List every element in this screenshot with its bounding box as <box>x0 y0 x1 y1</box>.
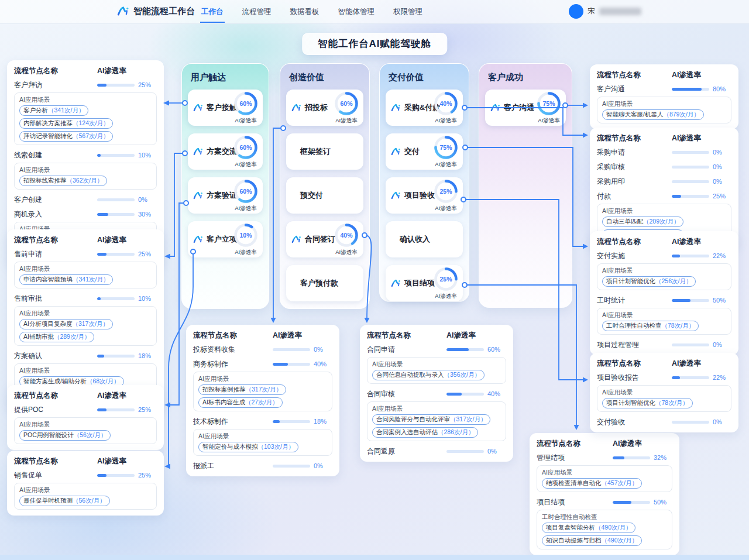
stage-card[interactable]: 客户预付款 <box>286 265 363 301</box>
scenario-chip[interactable]: 内部解决方案推荐（124次/月） <box>19 118 113 129</box>
user-avatar[interactable] <box>569 4 583 19</box>
donut-caption: AI渗透率 <box>232 161 260 169</box>
svg-text:60%: 60% <box>239 144 252 151</box>
process-node-name: 工时统计 <box>597 296 625 305</box>
penetration-value: 50% <box>654 499 671 506</box>
scenario-chip[interactable]: 招投标案例推荐（317次/月） <box>198 384 286 395</box>
scenario-chip-text: AI辅助审批 <box>23 333 54 341</box>
nav-tab[interactable]: 权限管理 <box>392 1 424 23</box>
process-node: 销售促单25% <box>14 470 157 480</box>
process-node: 售前审批10% <box>14 294 157 303</box>
nav-tab[interactable]: 智能体管理 <box>337 1 376 23</box>
header-penetration: AI渗透率 <box>672 70 731 79</box>
stage-card[interactable]: 方案验证60%AI渗透率 <box>188 177 263 214</box>
stage-card[interactable]: 客户沟通75%AI渗透率 <box>485 90 566 126</box>
scenario-chip[interactable]: AI标书内容生成（27次/月） <box>198 397 283 408</box>
scenario-box-label: AI应用场景 <box>602 267 726 274</box>
stage-card[interactable]: 采购&付款40%AI渗透率 <box>386 90 463 126</box>
connector-arrow <box>583 377 588 383</box>
nav-tab[interactable]: 工作台 <box>200 1 225 23</box>
stage-title: 交付价值 <box>389 72 463 83</box>
page-title: 智能工作台AI赋能驾驶舱 <box>318 38 431 49</box>
progress-track <box>97 154 135 157</box>
scenario-chip[interactable]: 项目计划智能优化（78次/月） <box>602 398 693 408</box>
svg-text:25%: 25% <box>439 188 452 195</box>
scenario-chips: POC用例智能设计（56次/月） <box>19 430 152 441</box>
process-node-name: 线索创建 <box>14 150 42 160</box>
process-node-row: 技术标制作18%AI应用场景智能定价与成本模拟（103次/月） <box>193 417 332 456</box>
scenario-chip[interactable]: AI分析项目复杂度（317次/月） <box>19 319 113 329</box>
stage-card[interactable]: 客户立项10%AI渗透率 <box>188 221 263 257</box>
svg-text:40%: 40% <box>439 100 452 107</box>
penetration-donut: 60%AI渗透率 <box>232 178 260 212</box>
scenario-chip[interactable]: 客户分析（341次/月） <box>19 105 88 116</box>
scenario-chip[interactable]: POC用例智能设计（56次/月） <box>19 430 111 441</box>
scenario-chip[interactable]: 合同案例入选自动评估（286次/月） <box>372 427 478 438</box>
stage-card-label: 框架签订 <box>300 146 331 157</box>
penetration-value: 10% <box>138 152 156 159</box>
process-node: 技术标制作18% <box>193 417 332 426</box>
stage-card[interactable]: 框架签订 <box>286 133 363 170</box>
penetration-donut: 25%AI渗透率 <box>432 178 460 212</box>
process-node-row: 采购审核0% <box>597 162 731 171</box>
scenario-chip[interactable]: 拜访记录智能转化（567次/月） <box>19 131 113 142</box>
scenario-chip[interactable]: 知识自动提炼与归档（490次/月） <box>542 535 642 546</box>
process-node: 合同审核40% <box>367 389 506 398</box>
stage-card[interactable]: 方案交流60%AI渗透率 <box>188 133 263 170</box>
stage-card[interactable]: 招投标60%AI渗透率 <box>286 90 363 126</box>
scenario-chip-text: 智能聊天客服/机器人 <box>606 111 663 119</box>
donut-caption: AI渗透率 <box>232 249 260 256</box>
scenario-chip[interactable]: 最佳促单时机预测（56次/月） <box>19 496 110 506</box>
process-node: 采购申请0% <box>597 147 731 157</box>
scenario-box: AI应用场景招投标线索推荐（362次/月） <box>14 163 157 190</box>
stage-card[interactable]: 预交付 <box>286 177 363 214</box>
stage-card[interactable]: 客户接触60%AI渗透率 <box>188 90 263 126</box>
scenario-box: AI应用场景申请内容智能预填（341次/月） <box>14 262 157 288</box>
donut-caption: AI渗透率 <box>535 117 563 125</box>
panel-contract: 流程节点名称AI渗透率合同申请60%AI应用场景合同信息自动提取与录入（356次… <box>360 325 513 462</box>
nav-tab[interactable]: 数据看板 <box>289 1 321 23</box>
nav-tab[interactable]: 流程管理 <box>241 1 273 23</box>
scenario-chip[interactable]: 合同信息自动提取与录入（356次/月） <box>372 370 485 380</box>
progress-track <box>672 421 709 424</box>
penetration-progress: 18% <box>97 352 157 359</box>
stage-card[interactable]: 项目结项25%AI渗透率 <box>386 265 463 301</box>
process-node-row: 合同申请60%AI应用场景合同信息自动提取与录入（356次/月） <box>367 345 506 384</box>
progress-fill <box>672 376 680 379</box>
scenario-chip[interactable]: 合同风险评分与自动化评审（317次/月） <box>372 414 490 425</box>
stage-title: 用户触达 <box>191 72 263 83</box>
scenario-chip[interactable]: 工时合理性自动检查（78次/月） <box>602 321 699 331</box>
stage-card[interactable]: 交付75%AI渗透率 <box>386 133 463 170</box>
penetration-value: 30% <box>138 211 156 218</box>
scenario-chip[interactable]: 项目复盘智能分析（490次/月） <box>542 523 635 533</box>
scenario-chip[interactable]: 项目计划智能优化（256次/月） <box>602 276 696 287</box>
scenario-chip[interactable]: 招投标线索推荐（362次/月） <box>19 176 107 186</box>
penetration-value: 25% <box>713 193 730 200</box>
scenario-box-label: AI应用场景 <box>19 265 152 273</box>
user-account[interactable]: 宋 <box>569 4 641 19</box>
scenario-chip[interactable]: 申请内容智能预填（341次/月） <box>19 274 113 285</box>
stage-card[interactable]: 确认收入 <box>386 221 463 257</box>
scenario-box: AI应用场景工时合理性自动检查（78次/月） <box>597 308 731 335</box>
header-penetration: AI渗透率 <box>672 133 731 142</box>
stage-card[interactable]: 合同签订40%AI渗透率 <box>286 221 363 257</box>
panel-acceptance: 流程节点名称AI渗透率项目验收报告22%AI应用场景项目计划智能优化（78次/月… <box>590 353 738 432</box>
ai-logo-icon <box>391 278 401 288</box>
panel-presales: 流程节点名称AI渗透率售前申请25%AI应用场景申请内容智能预填（341次/月）… <box>7 229 164 411</box>
scenario-chip[interactable]: AI辅助审批（289次/月） <box>19 332 94 342</box>
process-node-name: 售前申请 <box>14 249 42 259</box>
stage-card[interactable]: 项目验收25%AI渗透率 <box>386 177 463 214</box>
scenario-chip[interactable]: 智能聊天客服/机器人（879次/月） <box>602 109 704 120</box>
scenario-chip-text: 最佳促单时机预测 <box>23 497 73 505</box>
scenario-chip[interactable]: 结项检查清单自动化（457次/月） <box>542 478 642 489</box>
scenario-chip-count: （457次/月） <box>602 479 638 487</box>
ai-logo-icon <box>391 146 401 157</box>
scenario-chip[interactable]: 自动三单匹配（209次/月） <box>602 217 683 227</box>
process-node-name: 商务标制作 <box>193 359 228 369</box>
ai-logo-icon <box>291 102 302 113</box>
panel-header: 流程节点名称AI渗透率 <box>14 391 157 400</box>
scenario-chip-text: 项目计划智能优化 <box>606 399 655 407</box>
scenario-chip[interactable]: 智能定价与成本模拟（103次/月） <box>198 442 298 452</box>
scenario-chip-count: （103次/月） <box>258 443 294 451</box>
svg-text:60%: 60% <box>239 188 252 195</box>
